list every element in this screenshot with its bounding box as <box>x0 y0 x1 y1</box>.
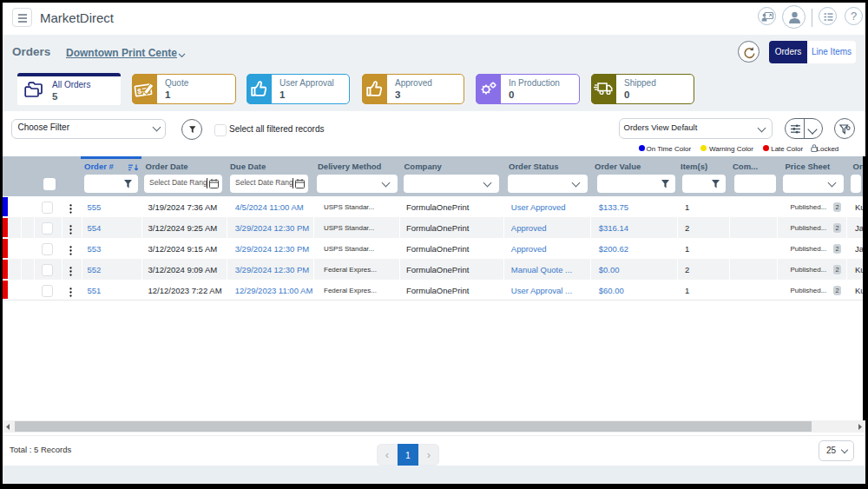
svg-text:$: $ <box>137 86 142 96</box>
